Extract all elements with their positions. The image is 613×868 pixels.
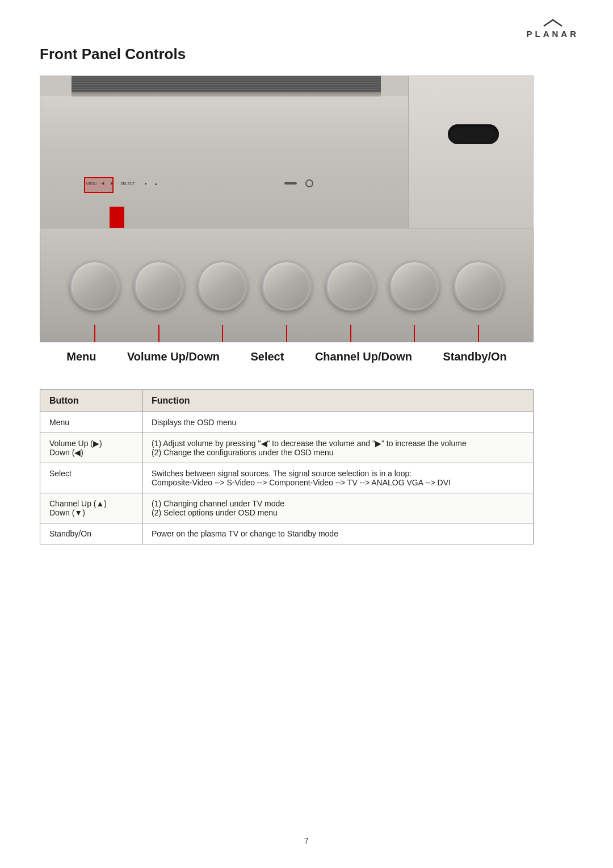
panel-btn-7 [454,261,503,311]
table-row-button-1: Volume Up (▶) Down (◀) [40,433,142,463]
page-title: Front Panel Controls [40,45,573,63]
line-2 [158,325,159,342]
svg-marker-0 [102,207,132,229]
label-select: Select [250,350,284,363]
ir-receiver [448,124,499,144]
table-row-button-4: Standby/On [40,523,142,544]
panel-btn-3 [198,261,247,311]
indicator-lines [40,325,533,342]
line-4 [286,325,287,342]
device-down-label: ▼ [144,182,147,186]
device-select-label: SELECT [120,182,135,186]
panel-btn-5 [326,261,376,311]
line-1 [94,325,95,342]
line-6 [414,325,415,342]
line-3 [222,325,223,342]
table-row-button-0: Menu [40,412,142,433]
panel-btn-4 [262,261,312,311]
col-header-function: Function [142,390,534,412]
red-arrow [102,207,132,229]
device-up-label: ▲ [154,182,158,186]
table-row-function-2: Switches between signal sources. The sig… [142,463,534,493]
device-photo: MENU ◀ ▶ SELECT ▼ ▲ [40,76,534,229]
zoomed-panel [40,229,534,342]
label-channel: Channel Up/Down [315,350,412,363]
button-labels-row: Menu Volume Up/Down Select Channel Up/Do… [40,342,534,378]
col-header-button: Button [40,390,142,412]
logo-area: PLANAR [527,18,580,39]
line-7 [478,325,479,342]
function-table: Button Function MenuDisplays the OSD men… [40,389,534,544]
power-btn-area [284,179,313,187]
panel-btn-2 [134,261,184,311]
panel-btn-1 [70,261,120,311]
red-highlight-box [84,177,114,193]
table-row-button-2: Select [40,463,142,493]
panel-btn-6 [389,261,439,311]
logo-text: PLANAR [527,29,580,39]
label-menu: Menu [66,350,96,363]
line-5 [350,325,351,342]
table-row-function-0: Displays the OSD menu [142,412,534,433]
logo-chevron [541,18,564,29]
label-volume: Volume Up/Down [127,350,220,363]
page-number: 7 [304,836,309,845]
table-row-function-1: (1) Adjust volume by pressing "◀" to dec… [142,433,534,463]
table-row-function-4: Power on the plasma TV or change to Stan… [142,523,534,544]
label-standby: Standby/On [443,350,506,363]
table-row-function-3: (1) Changing channel under TV mode (2) S… [142,493,534,523]
table-row-button-3: Channel Up (▲) Down (▼) [40,493,142,523]
